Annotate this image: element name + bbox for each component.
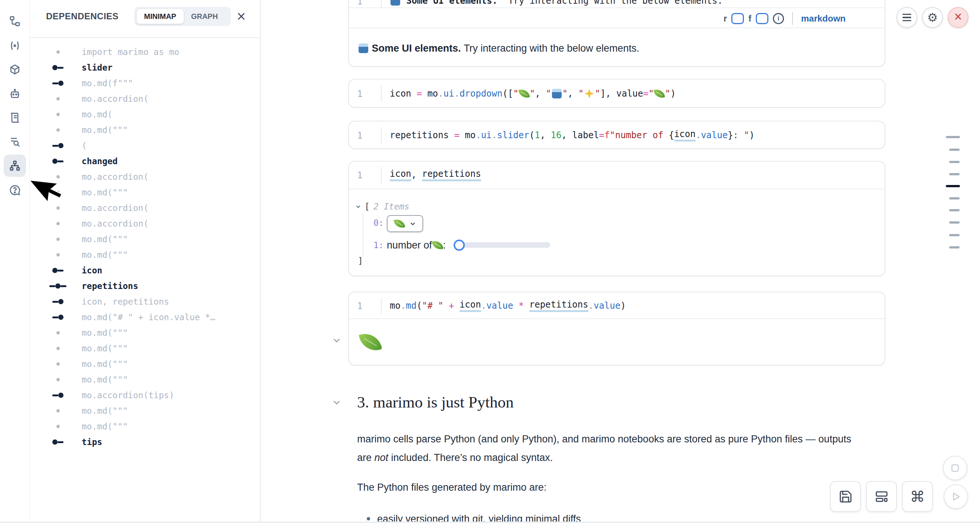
minimap-item[interactable]: mo.accordion( (30, 216, 260, 231)
cell-marker[interactable] (949, 148, 959, 151)
minimap-item[interactable]: mo.md(""" (30, 122, 260, 138)
minimap-item[interactable]: mo.accordion( (30, 91, 260, 107)
dot-glyph (49, 191, 67, 194)
play-icon (950, 491, 961, 502)
minimap-item[interactable]: ( (30, 138, 260, 153)
minimap-item[interactable]: mo.md( (30, 107, 260, 122)
def-glyph (49, 159, 67, 164)
minimap-item[interactable]: mo.md(""" (30, 231, 260, 247)
minimap-list: import marimo as moslidermo.md(f"""mo.ac… (30, 0, 260, 523)
cell-menu-button[interactable] (896, 7, 917, 28)
section-collapse-icon[interactable] (332, 397, 342, 408)
emoji-leaf-icon (654, 88, 666, 100)
minimap-item[interactable]: mo.md(""" (30, 325, 260, 341)
cell-marker[interactable] (949, 234, 959, 236)
ai-assistant-icon[interactable] (4, 83, 26, 105)
minimap-item[interactable]: mo.md(f""" (30, 75, 260, 91)
cell-marker[interactable] (946, 136, 960, 138)
repetitions-slider-thumb[interactable] (453, 239, 465, 251)
minimap-item-label: tips (82, 437, 102, 447)
cell-collapse-icon[interactable] (332, 335, 342, 346)
variables-icon[interactable] (4, 35, 26, 57)
code-line[interactable]: repetitions = mo.ui.slider(1, 16, label=… (390, 126, 755, 144)
cell-marker[interactable] (949, 246, 959, 249)
cell-icon-repetitions[interactable]: 1 icon, repetitions [ 2 Items 0: 1: numb… (348, 161, 885, 276)
settings-button[interactable]: ⚙ (922, 7, 943, 28)
language-badge[interactable]: markdown (801, 13, 846, 24)
minimap-item[interactable]: mo.md("# " + icon.value *… (30, 309, 260, 325)
emoji-sparkles-icon (584, 89, 594, 99)
f-toggle-checkbox[interactable] (756, 13, 768, 24)
leaf-emoji (393, 218, 406, 230)
help-icon[interactable] (4, 179, 26, 201)
dot-glyph (49, 409, 67, 413)
minimap-item[interactable]: mo.md(""" (30, 372, 260, 387)
packages-icon[interactable] (4, 58, 26, 81)
cell-marker[interactable] (949, 173, 959, 175)
dot-glyph (49, 175, 67, 179)
tree-key-0: 0: (374, 217, 384, 229)
dot-glyph (49, 207, 67, 210)
minimap-item[interactable]: tips (30, 434, 260, 450)
minimap-item-label: mo.md( (82, 110, 113, 119)
cell-markdown-ui-elements[interactable]: 1 Some UI elements. Try interacting with… (348, 0, 885, 67)
minimap-item[interactable]: mo.md(""" (30, 341, 260, 356)
cell-marker[interactable] (949, 209, 959, 211)
code-line[interactable]: icon = mo.ui.dropdown(["", "", ""], valu… (390, 85, 676, 102)
dot-glyph (49, 362, 67, 366)
tree-collapse-icon[interactable] (355, 203, 361, 211)
minimap-item[interactable]: mo.md(""" (30, 403, 260, 419)
minimap-item[interactable]: icon (30, 263, 260, 278)
slider-label: number of : (387, 238, 446, 252)
minimap-item-label: mo.md(""" (82, 344, 128, 353)
snippets-icon[interactable] (4, 107, 26, 129)
dot-glyph (49, 347, 67, 350)
dependencies-icon[interactable] (4, 155, 26, 177)
minimap-item[interactable]: slider (30, 60, 260, 75)
minimap-item[interactable]: icon, repetitions (30, 294, 260, 309)
minimap-item[interactable]: import marimo as mo (30, 44, 260, 60)
cell-marker[interactable] (949, 222, 959, 223)
cell-repetitions-slider[interactable]: 1 repetitions = mo.ui.slider(1, 16, labe… (348, 121, 885, 149)
run-all-button[interactable] (943, 485, 968, 509)
minimap-item[interactable]: repetitions (30, 278, 260, 294)
minimap-item[interactable]: mo.accordion(tips) (30, 387, 260, 403)
minimap-item[interactable]: mo.md(""" (30, 247, 260, 263)
minimap-item-label: mo.md(""" (82, 250, 128, 260)
minimap-item[interactable]: changed (30, 153, 260, 169)
minimap-item[interactable]: mo.accordion( (30, 169, 260, 185)
tree-key-1: 1: (374, 239, 384, 252)
icon-dropdown-select[interactable] (387, 215, 423, 232)
def-glyph (49, 65, 67, 70)
paragraph-line-1: marimo cells parse Python (and only Pyth… (357, 432, 851, 446)
minimap-item[interactable]: mo.md(""" (30, 185, 260, 200)
cell-divider (349, 27, 885, 28)
code-line[interactable]: mo.md("# " + icon.value * repetitions.va… (390, 297, 626, 315)
minimap-item-label: import marimo as mo (82, 47, 179, 57)
repetitions-slider-track[interactable] (459, 242, 550, 248)
active-cell-marker[interactable] (946, 185, 960, 187)
code-line[interactable]: icon, repetitions (390, 166, 481, 184)
minimap-item[interactable]: mo.accordion( (30, 200, 260, 216)
shutdown-button[interactable]: × (948, 7, 969, 28)
cell-icon-dropdown[interactable]: 1 icon = mo.ui.dropdown(["", "", ""], va… (348, 79, 885, 108)
notebook-tree-icon[interactable] (4, 10, 26, 32)
r-toggle-checkbox[interactable] (731, 13, 744, 24)
interrupt-button[interactable] (943, 456, 967, 480)
cell-marker[interactable] (949, 197, 959, 199)
logs-search-icon[interactable] (4, 131, 26, 153)
info-icon[interactable]: i (773, 13, 784, 24)
layout-select-button[interactable] (866, 481, 897, 512)
keyboard-shortcuts-button[interactable]: ⌘ (902, 481, 933, 512)
save-button[interactable] (830, 481, 861, 512)
gutter-separator (381, 85, 382, 102)
toolbar-divider (792, 12, 793, 25)
minimap-item[interactable]: mo.md(""" (30, 356, 260, 372)
tree-bracket-open: [ (364, 200, 370, 213)
cell-marker[interactable] (949, 161, 959, 163)
chevron-down-icon (409, 220, 416, 227)
emoji-leaf-icon (432, 239, 444, 251)
minimap-item[interactable]: mo.md(""" (30, 419, 260, 434)
minimap-item-label: mo.md("# " + icon.value *… (82, 313, 215, 322)
cell-md-leaf[interactable]: 1 mo.md("# " + icon.value * repetitions.… (348, 292, 885, 365)
